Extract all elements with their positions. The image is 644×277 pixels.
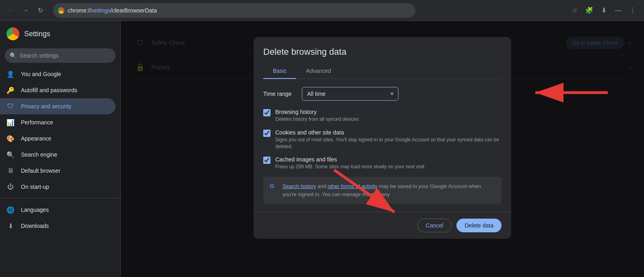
cached-label: Cached images and files — [275, 156, 425, 163]
modal-header: Delete browsing data Basic Advanced — [254, 37, 511, 79]
on-start-up-icon: ⏻ — [6, 183, 14, 191]
menu-button[interactable]: ⋮ — [626, 4, 639, 17]
sidebar-item-you-and-google[interactable]: 👤 You and Google — [0, 66, 116, 82]
tab-basic[interactable]: Basic — [263, 64, 296, 79]
forward-button[interactable]: → — [19, 4, 32, 17]
sidebar-item-label: Search engine — [21, 151, 57, 158]
downloads-button[interactable]: ⬇ — [597, 4, 610, 17]
sidebar-item-label: Default browser — [21, 167, 60, 174]
cookies-content: Cookies and other site data Signs you ou… — [275, 129, 502, 150]
checkbox-browsing-history: Browsing history Deletes history from al… — [263, 109, 502, 123]
sidebar-item-languages[interactable]: 🌐 Languages — [0, 202, 116, 218]
browsing-history-label: Browsing history — [275, 109, 359, 115]
sidebar-item-autofill[interactable]: 🔑 Autofill and passwords — [0, 82, 116, 98]
browsing-history-checkbox[interactable] — [263, 109, 270, 116]
languages-icon: 🌐 — [6, 206, 14, 214]
sidebar-item-label: Appearance — [21, 135, 52, 142]
time-range-label: Time range — [263, 91, 295, 97]
sidebar-item-appearance[interactable]: 🎨 Appearance — [0, 130, 116, 147]
privacy-icon: 🛡 — [6, 102, 14, 110]
sidebar-title: Settings — [24, 30, 50, 38]
info-text: Search history and other forms of activi… — [283, 182, 495, 198]
sidebar-divider — [0, 198, 120, 198]
nav-buttons: ← → ↻ — [5, 4, 47, 17]
settings-content: 🛡 Safety Check Go to Safety Check › 🔒 Pr… — [121, 21, 644, 277]
browsing-history-desc: Deletes history from all synced devices — [275, 116, 359, 123]
info-and-text: and — [318, 183, 328, 189]
sidebar-item-label: Privacy and security — [21, 103, 71, 110]
browsing-history-content: Browsing history Deletes history from al… — [275, 109, 359, 123]
address-prefix: chrome:// — [68, 7, 91, 14]
time-range-select[interactable]: Last hour Last 24 hours Last 7 days Last… — [302, 87, 398, 101]
modal-title: Delete browsing data — [263, 47, 502, 57]
sidebar-item-performance[interactable]: 📊 Performance — [0, 114, 116, 130]
time-range-select-wrapper: Last hour Last 24 hours Last 7 days Last… — [302, 87, 398, 101]
appearance-icon: 🎨 — [6, 134, 14, 143]
address-path: /clearBrowserData — [111, 7, 157, 14]
sidebar-item-on-start-up[interactable]: ⏻ On start-up — [0, 179, 116, 195]
modal-body: Time range Last hour Last 24 hours Last … — [254, 79, 511, 212]
toolbar-icons: ☆ 🧩 ⬇ — ⋮ — [568, 4, 639, 17]
browser-chrome: ← → ↻ chrome://settings/clearBrowserData… — [0, 0, 644, 21]
performance-icon: 📊 — [6, 118, 14, 126]
cached-content: Cached images and files Frees up 299 MB.… — [275, 156, 425, 170]
cookies-checkbox[interactable] — [263, 130, 270, 137]
tab-advanced[interactable]: Advanced — [296, 64, 341, 79]
modal-dialog: Delete browsing data Basic Advanced Time… — [254, 37, 511, 239]
sidebar-item-label: Downloads — [21, 223, 49, 229]
sidebar-item-label: Autofill and passwords — [21, 87, 77, 93]
bookmark-button[interactable]: ☆ — [568, 4, 581, 17]
time-range-row: Time range Last hour Last 24 hours Last … — [263, 87, 502, 101]
chrome-logo-icon — [58, 7, 64, 14]
sidebar-item-downloads[interactable]: ⬇ Downloads — [0, 218, 116, 234]
modal-tabs: Basic Advanced — [263, 64, 502, 79]
cached-desc: Frees up 299 MB. Some sites may load mor… — [275, 163, 425, 170]
sidebar-item-label: On start-up — [21, 184, 49, 190]
modal-overlay: Delete browsing data Basic Advanced Time… — [121, 21, 644, 277]
default-browser-icon: 🖥 — [6, 167, 14, 175]
back-button[interactable]: ← — [5, 4, 18, 17]
sidebar-header: Settings — [0, 24, 120, 47]
other-forms-link[interactable]: other forms of activity — [328, 183, 378, 189]
info-box: G Search history and other forms of acti… — [263, 177, 502, 204]
address-settings: settings — [91, 7, 110, 14]
minimize-button[interactable]: — — [612, 4, 625, 17]
search-history-link[interactable]: Search history — [283, 183, 316, 189]
cancel-button[interactable]: Cancel — [417, 219, 452, 232]
you-and-google-icon: 👤 — [6, 70, 14, 78]
sidebar-item-label: You and Google — [21, 71, 61, 77]
autofill-icon: 🔑 — [6, 86, 14, 94]
annotation-arrow-right — [523, 81, 612, 105]
sidebar-item-label: Performance — [21, 119, 53, 126]
reload-button[interactable]: ↻ — [34, 4, 47, 17]
search-icon: 🔍 — [10, 52, 17, 59]
cookies-label: Cookies and other site data — [275, 129, 502, 136]
address-bar[interactable]: chrome://settings/clearBrowserData — [53, 3, 415, 18]
checkbox-cached: Cached images and files Frees up 299 MB.… — [263, 156, 502, 170]
sidebar-item-privacy[interactable]: 🛡 Privacy and security — [0, 98, 116, 114]
address-bar-container: chrome://settings/clearBrowserData — [53, 3, 415, 18]
sidebar-item-default-browser[interactable]: 🖥 Default browser — [0, 163, 116, 179]
google-g-icon: G — [270, 182, 278, 190]
chrome-settings-logo-icon — [6, 27, 19, 40]
checkbox-cookies: Cookies and other site data Signs you ou… — [263, 129, 502, 150]
delete-data-button[interactable]: Delete data — [456, 219, 502, 232]
extensions-button[interactable]: 🧩 — [583, 4, 596, 17]
search-engine-icon: 🔍 — [6, 151, 14, 159]
main-content: Settings 🔍 Search settings 👤 You and Goo… — [0, 21, 644, 277]
cookies-desc: Signs you out of most sites. You'll stay… — [275, 136, 502, 150]
sidebar-item-search-engine[interactable]: 🔍 Search engine — [0, 147, 116, 163]
cached-checkbox[interactable] — [263, 157, 270, 164]
sidebar-item-label: Languages — [21, 207, 49, 213]
address-text: chrome://settings/clearBrowserData — [68, 7, 411, 14]
downloads-icon: ⬇ — [6, 222, 14, 230]
search-placeholder: Search settings — [20, 52, 59, 59]
sidebar: Settings 🔍 Search settings 👤 You and Goo… — [0, 21, 121, 277]
modal-footer: Cancel Delete data — [254, 212, 511, 239]
sidebar-search[interactable]: 🔍 Search settings — [5, 48, 116, 63]
